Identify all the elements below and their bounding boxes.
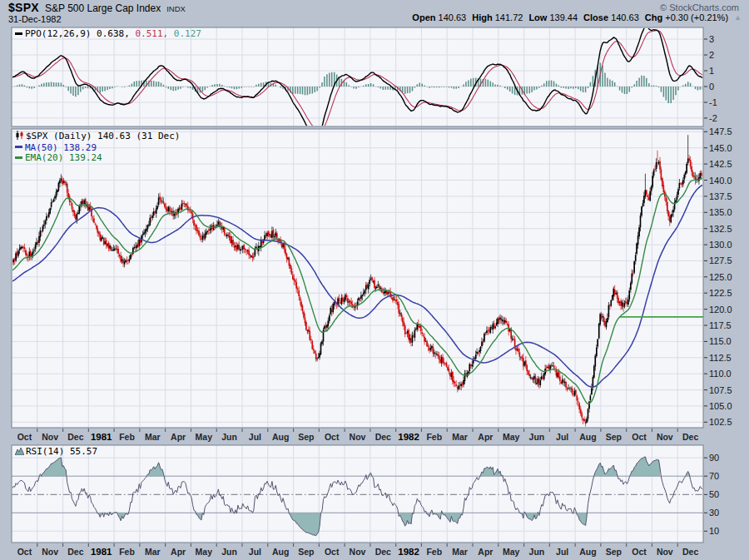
svg-text:10: 10: [709, 526, 719, 536]
svg-text:Apr: Apr: [478, 432, 493, 442]
svg-text:90: 90: [709, 453, 719, 463]
svg-text:Jun: Jun: [221, 432, 237, 442]
svg-text:Nov: Nov: [350, 547, 366, 557]
svg-text:Apr: Apr: [171, 547, 186, 557]
candlestick-icon: [15, 131, 24, 143]
svg-text:142.5: 142.5: [709, 159, 732, 169]
svg-text:Aug: Aug: [272, 432, 289, 442]
svg-text:Jun: Jun: [529, 547, 545, 557]
svg-text:Nov: Nov: [42, 547, 58, 557]
svg-text:Aug: Aug: [579, 432, 596, 442]
svg-text:Dec: Dec: [375, 547, 391, 557]
ppo-line-swatch-icon: [15, 32, 22, 35]
ppo-label: PPO(12,26,9): [25, 28, 91, 39]
copyright: © StockCharts.com: [660, 2, 739, 12]
svg-text:Oct: Oct: [632, 547, 647, 557]
quote-chg: Chg +0.30 (+0.21%): [645, 12, 728, 22]
svg-text:Jul: Jul: [249, 432, 261, 442]
ppo-value: 0.638,: [97, 28, 130, 39]
svg-text:Aug: Aug: [272, 547, 289, 557]
svg-text:0: 0: [709, 82, 714, 92]
svg-text:3: 3: [709, 34, 714, 44]
svg-text:1982: 1982: [398, 432, 419, 442]
quote-high: High 141.72: [472, 12, 523, 22]
svg-text:Jul: Jul: [556, 547, 568, 557]
svg-text:Sep: Sep: [298, 547, 314, 557]
svg-text:Dec: Dec: [682, 547, 698, 557]
quote-low: Low 139.44: [528, 12, 578, 22]
svg-text:Mar: Mar: [145, 547, 161, 557]
svg-text:Sep: Sep: [298, 432, 314, 442]
svg-text:Nov: Nov: [42, 432, 58, 442]
svg-text:Nov: Nov: [657, 547, 673, 557]
quote-close: Close 140.63: [583, 12, 639, 22]
svg-text:1982: 1982: [398, 547, 419, 557]
svg-text:-2: -2: [709, 113, 717, 123]
svg-text:Mar: Mar: [452, 432, 468, 442]
quote-bar: Open 140.63 High 141.72 Low 139.44 Close…: [412, 12, 742, 22]
ppo-panel: -2-10123: [12, 26, 717, 136]
svg-text:140.0: 140.0: [709, 176, 732, 186]
rsi-panel: 1030507090: [12, 445, 719, 543]
svg-text:Dec: Dec: [375, 432, 391, 442]
date-label: 31-Dec-1982: [8, 14, 62, 24]
svg-text:110.0: 110.0: [709, 369, 732, 379]
svg-text:Feb: Feb: [426, 432, 442, 442]
svg-text:Oct: Oct: [325, 547, 340, 557]
svg-text:Feb: Feb: [426, 547, 442, 557]
symbol: $SPX: [8, 1, 39, 14]
svg-text:70: 70: [709, 471, 719, 481]
svg-text:Feb: Feb: [119, 547, 135, 557]
svg-text:May: May: [196, 547, 213, 557]
ppo-legend: PPO(12,26,9) 0.638, 0.511, 0.127: [15, 29, 201, 40]
svg-text:1981: 1981: [91, 547, 112, 557]
svg-text:127.5: 127.5: [709, 255, 732, 265]
svg-text:50: 50: [709, 489, 719, 499]
svg-text:135.0: 135.0: [709, 207, 732, 217]
rsi-label: RSI(14) 55.57: [26, 446, 97, 457]
svg-text:Aug: Aug: [579, 547, 596, 557]
change-up-arrow-icon: ▲: [734, 13, 742, 22]
index-name: S&P 500 Large Cap Index: [45, 2, 161, 14]
svg-text:Feb: Feb: [119, 432, 135, 442]
ema20-legend: EMA(20) 139.24: [15, 153, 180, 164]
ma50-swatch-icon: [15, 146, 22, 148]
svg-text:117.5: 117.5: [709, 320, 732, 330]
rsi-legend: RSI(14) 55.57: [15, 447, 97, 458]
price-legend: $SPX (Daily) 140.63 (31 Dec) MA(50) 138.…: [15, 131, 180, 164]
price-panel: 102.5105.0107.5110.0112.5115.0117.5120.0…: [12, 126, 732, 428]
ppo-signal-value: 0.511,: [135, 28, 168, 39]
svg-text:147.5: 147.5: [709, 126, 732, 136]
exchange-label: INDX: [166, 4, 186, 13]
ppo-hist-value: 0.127: [174, 28, 201, 39]
svg-text:102.5: 102.5: [709, 417, 732, 427]
svg-text:130.0: 130.0: [709, 240, 732, 250]
svg-text:112.5: 112.5: [709, 353, 732, 363]
svg-text:132.5: 132.5: [709, 224, 732, 234]
ema20-swatch-icon: [15, 156, 22, 159]
svg-text:105.0: 105.0: [709, 401, 732, 411]
svg-text:Apr: Apr: [171, 432, 186, 442]
svg-text:Oct: Oct: [632, 432, 647, 442]
svg-text:Mar: Mar: [452, 547, 468, 557]
svg-text:Jul: Jul: [249, 547, 261, 557]
svg-text:Oct: Oct: [17, 432, 32, 442]
quote-open: Open 140.63: [412, 12, 466, 22]
svg-text:2: 2: [709, 50, 714, 60]
svg-text:Jun: Jun: [221, 547, 237, 557]
svg-text:Dec: Dec: [67, 547, 83, 557]
svg-text:107.5: 107.5: [709, 385, 732, 395]
svg-text:120.0: 120.0: [709, 305, 732, 315]
svg-text:Dec: Dec: [682, 432, 698, 442]
svg-text:Sep: Sep: [606, 432, 622, 442]
stockcharts-page: -2-10123102.5105.0107.5110.0112.5115.011…: [0, 0, 749, 560]
svg-text:May: May: [503, 432, 520, 442]
svg-text:Sep: Sep: [606, 547, 622, 557]
svg-text:Dec: Dec: [67, 432, 83, 442]
header: $SPX S&P 500 Large Cap Index INDX: [8, 1, 186, 14]
svg-text:Oct: Oct: [325, 432, 340, 442]
svg-text:Jul: Jul: [556, 432, 568, 442]
price-legend-title: $SPX (Daily) 140.63 (31 Dec): [15, 131, 180, 143]
svg-text:137.5: 137.5: [709, 191, 732, 201]
svg-text:Jun: Jun: [529, 432, 545, 442]
